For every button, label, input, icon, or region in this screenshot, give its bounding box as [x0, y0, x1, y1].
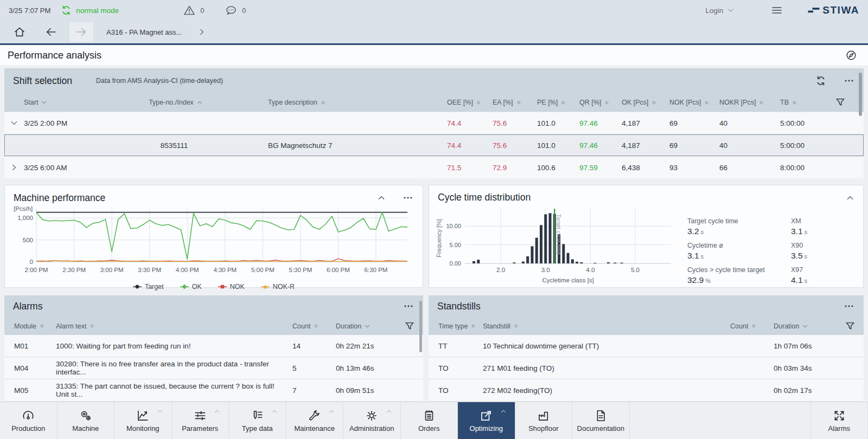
- legend-item-nok-r[interactable]: NOK-R: [261, 283, 295, 290]
- warning-icon: [183, 4, 196, 17]
- bottom-navigation: ProductionMachineMonitoringParametersTyp…: [0, 402, 868, 439]
- nav-label: Parameters: [182, 424, 218, 432]
- ok-value: 6,438: [622, 164, 669, 172]
- col-header-pe-[interactable]: PE [%]: [537, 99, 579, 106]
- alarms-scrollbar[interactable]: [419, 301, 422, 352]
- comment-icon: [225, 4, 238, 17]
- dashboard-button[interactable]: [845, 49, 857, 61]
- next-tab-button[interactable]: [197, 28, 206, 36]
- nok-value: 93: [669, 164, 719, 172]
- back-button[interactable]: [39, 22, 63, 42]
- hamburger-menu-button[interactable]: [770, 4, 783, 17]
- col-header-count[interactable]: Count: [730, 322, 774, 330]
- table-row[interactable]: TO271 M01 feeding (TO)0h 03m 34s: [429, 357, 864, 379]
- filter-icon: [844, 320, 856, 332]
- legend-marker-icon: [180, 284, 189, 289]
- standstills-panel: Standstills Time typeStandstillCountDura…: [429, 295, 864, 402]
- nav-caret[interactable]: [328, 406, 335, 416]
- nav-label: Optimizing: [470, 424, 503, 432]
- time-type-value: TT: [429, 342, 483, 350]
- col-header-qr-[interactable]: QR [%]: [579, 99, 622, 106]
- col-header-tb[interactable]: TB: [780, 99, 834, 106]
- col-header-ok-pcs-[interactable]: OK [Pcs]: [622, 99, 669, 106]
- bottom-nav-monitoring[interactable]: Monitoring: [114, 402, 172, 439]
- bottom-nav-alarms[interactable]: Alarms: [811, 402, 868, 439]
- col-header-oee-[interactable]: OEE [%]: [447, 99, 493, 106]
- legend-item-nok[interactable]: NOK: [218, 283, 245, 290]
- svg-text:3:30 PM: 3:30 PM: [138, 267, 161, 273]
- shift-row[interactable]: 3/25 6:00 AM71.572.9100.697.596,43893668…: [4, 156, 864, 178]
- nav-label: Maintenance: [295, 424, 335, 432]
- table-row[interactable]: M0531335: The part cannot be issued, bec…: [4, 379, 423, 402]
- shift-row[interactable]: 3/25 2:00 PM74.475.6101.097.464,18769405…: [4, 112, 864, 134]
- shift-filter-button[interactable]: [834, 96, 868, 108]
- duration-value: 0h 22m 21s: [336, 342, 398, 350]
- arrow-left-icon: [44, 25, 58, 38]
- bottom-nav-orders[interactable]: Orders: [401, 402, 458, 439]
- more-menu-button[interactable]: [843, 75, 855, 87]
- bottom-nav-type-data[interactable]: Type data: [229, 402, 286, 439]
- standstills-filter-button[interactable]: [839, 320, 864, 332]
- row-expander[interactable]: [4, 119, 24, 127]
- nav-caret[interactable]: [271, 406, 278, 416]
- col-header-time-type[interactable]: Time type: [429, 322, 483, 330]
- nav-caret[interactable]: [157, 406, 163, 416]
- time-type-value: TO: [429, 386, 483, 395]
- table-row[interactable]: M0430280: There is no free transfer area…: [4, 357, 423, 379]
- message-counter[interactable]: 0: [225, 4, 246, 17]
- shift-scrollbar[interactable]: [859, 73, 862, 116]
- col-header-module[interactable]: Module: [4, 322, 56, 330]
- refresh-button[interactable]: [815, 75, 827, 87]
- svg-text:Target cycle time: Target cycle time: [556, 214, 561, 255]
- col-header-duration[interactable]: Duration: [774, 322, 839, 330]
- nav-caret[interactable]: [214, 406, 220, 416]
- collapse-machine-button[interactable]: [377, 193, 386, 202]
- bottom-nav-parameters[interactable]: Parameters: [172, 402, 229, 439]
- alarms-more-button[interactable]: [403, 300, 414, 312]
- col-header-type-no-index[interactable]: Type-no./Index: [84, 99, 268, 106]
- col-header-duration[interactable]: Duration: [336, 322, 398, 330]
- col-header-alarm-text[interactable]: Alarm text: [56, 322, 292, 330]
- standstills-more-button[interactable]: [843, 300, 855, 312]
- chevron-down-icon: [727, 7, 735, 14]
- col-header-start[interactable]: Start: [24, 99, 84, 106]
- arrow-right-icon: [75, 25, 88, 38]
- col-header-ea-[interactable]: EA [%]: [493, 99, 537, 106]
- bottom-nav-optimizing[interactable]: Optimizing: [458, 402, 515, 439]
- table-row[interactable]: M011000: Waiting for part from feeding r…: [4, 335, 423, 357]
- legend-item-target[interactable]: Target: [133, 283, 164, 290]
- nav-caret[interactable]: [386, 406, 392, 416]
- gauge-icon: [21, 409, 35, 423]
- col-header-type-description[interactable]: Type description: [268, 99, 447, 106]
- login-menu[interactable]: Login: [705, 7, 735, 15]
- svg-text:Frequency [%]: Frequency [%]: [436, 219, 442, 257]
- legend-item-ok[interactable]: OK: [180, 283, 202, 290]
- legend-marker-icon: [133, 284, 142, 289]
- shift-row[interactable]: 8535111BG Magnetschutz 774.475.6101.097.…: [4, 134, 864, 156]
- bottom-nav-administration[interactable]: Administration: [343, 402, 401, 439]
- home-button[interactable]: [8, 22, 31, 42]
- collapse-cycle-button[interactable]: [846, 193, 854, 202]
- warning-counter[interactable]: 0: [183, 4, 204, 17]
- row-expander[interactable]: [4, 163, 24, 172]
- nav-caret[interactable]: [500, 406, 507, 416]
- bottom-nav-shopfloor[interactable]: Shopfloor: [515, 402, 573, 439]
- text-value: 30280: There is no free transfer area in…: [56, 360, 292, 376]
- bottom-nav-maintenance[interactable]: Maintenance: [286, 402, 344, 439]
- table-row[interactable]: TO272 M02 feeding(TO)0h 02m 17s: [429, 379, 864, 402]
- forward-button[interactable]: [69, 22, 93, 42]
- module-value: M05: [4, 386, 56, 395]
- bottom-nav-production[interactable]: Production: [0, 402, 58, 439]
- col-header-count[interactable]: Count: [292, 322, 336, 330]
- svg-text:3.0: 3.0: [541, 267, 550, 273]
- bottom-nav-documentation[interactable]: Documentation: [572, 402, 630, 439]
- bottom-nav-machine[interactable]: Machine: [58, 402, 115, 439]
- col-header-nokr-pcs-[interactable]: NOKR [Pcs]: [719, 99, 780, 106]
- current-tab-title[interactable]: A316 - PA Magnet ass...: [106, 28, 189, 36]
- col-header-nok-pcs-[interactable]: NOK [Pcs]: [669, 99, 719, 106]
- col-header-standstill[interactable]: Standstill: [483, 322, 730, 330]
- standstills-header-row: Time typeStandstillCountDuration: [429, 317, 864, 335]
- type-no-value: 8535111: [84, 141, 268, 150]
- table-row[interactable]: TT10 Technical downtime general (TT)1h 0…: [429, 335, 864, 357]
- machine-more-button[interactable]: [402, 192, 414, 204]
